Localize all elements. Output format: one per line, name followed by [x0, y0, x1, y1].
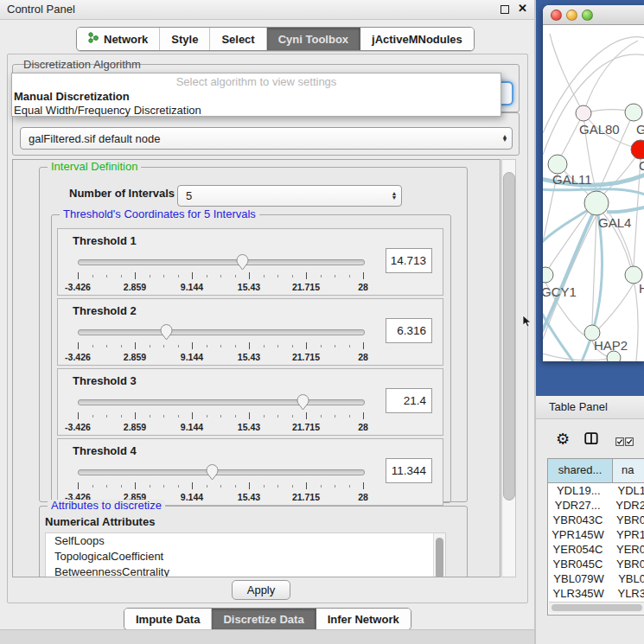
scrollbar-thumb[interactable]: [552, 604, 642, 611]
slider-track[interactable]: [78, 329, 365, 335]
gear-icon[interactable]: ⚙: [556, 430, 570, 449]
zoom-traffic-light-icon[interactable]: [582, 10, 593, 21]
cell-name: YBR0: [608, 513, 644, 527]
group-title: Threshold's Coordinates for 5 Intervals: [60, 208, 259, 220]
column-header-shared-name[interactable]: shared...: [548, 459, 613, 482]
minimize-traffic-light-icon[interactable]: [566, 10, 577, 21]
tick-label: 28: [358, 422, 368, 432]
slider-track[interactable]: [78, 469, 365, 475]
tab-label: jActiveMNodules: [372, 33, 462, 46]
tab-cyni-toolbox[interactable]: Cyni Toolbox: [267, 28, 360, 50]
tick-label: 21.715: [292, 352, 320, 362]
svg-text:GAL4: GAL4: [598, 215, 631, 230]
slider-thumb-icon[interactable]: [160, 323, 173, 341]
node-gal4[interactable]: [584, 191, 609, 215]
tab-style[interactable]: Style: [160, 28, 210, 50]
slider-thumb-icon[interactable]: [206, 463, 219, 481]
threshold-value-input[interactable]: 14.713: [386, 248, 432, 273]
network-icon: [88, 32, 99, 46]
tick-label: -3.426: [65, 422, 91, 432]
slider-ticks: [78, 482, 363, 490]
cell-shared-name: YPR145W: [548, 527, 608, 542]
tab-select[interactable]: Select: [210, 28, 266, 50]
network-canvas[interactable]: GAL80 GA C GAL11 GAL4 GCY1 H HAP2: [543, 25, 644, 361]
node-partial-top-right[interactable]: [625, 104, 642, 121]
table-body: YDL19...YDL1YDR27...YDR2YBR043CYBR0YPR14…: [548, 483, 644, 615]
tick-label: 21.715: [292, 492, 320, 502]
svg-text:GA: GA: [636, 122, 644, 137]
tick-label: 15.43: [238, 492, 260, 502]
slider-track[interactable]: [78, 259, 365, 265]
scrollbar-thumb[interactable]: [503, 172, 515, 501]
tab-infer-network[interactable]: Infer Network: [316, 609, 411, 629]
tick-label: 15.43: [238, 282, 260, 292]
table-row[interactable]: YER054CYER0: [548, 542, 644, 557]
dropdown-option-equal-width-frequency[interactable]: Equal Width/Frequency Discretization: [12, 104, 501, 118]
apply-button[interactable]: Apply: [232, 580, 290, 600]
table-data-select[interactable]: galFiltered.sif default node ▲▼: [20, 127, 513, 150]
threshold-value-input[interactable]: 6.316: [386, 318, 432, 343]
tick-label: 2.859: [124, 282, 146, 292]
threshold-value-input[interactable]: 11.344: [386, 458, 432, 483]
tab-network[interactable]: Network: [77, 28, 160, 50]
attribute-item[interactable]: TopologicalCoefficient: [46, 549, 445, 564]
dropdown-option-manual-discretization[interactable]: Manual Discretization: [12, 90, 501, 104]
tab-jactivemnodules[interactable]: jActiveMNodules: [360, 28, 474, 50]
tick-label: 15.43: [238, 422, 260, 432]
table-row[interactable]: YDR27...YDR2: [548, 498, 644, 513]
number-of-intervals-label: Number of Intervals: [69, 187, 175, 200]
tick-label: 21.715: [292, 422, 320, 432]
node-gal80[interactable]: [576, 105, 591, 121]
slider-track[interactable]: [78, 399, 365, 405]
threshold-label: Threshold 3: [73, 374, 137, 387]
threshold-panel: Threshold 4 -3.4262.8599.14415.4321.7152…: [57, 438, 443, 506]
threshold-panel: Threshold 3 -3.4262.8599.14415.4321.7152…: [57, 368, 443, 436]
node-gcy1[interactable]: [543, 267, 553, 283]
attribute-item[interactable]: SelfLoops: [46, 533, 445, 549]
node-gal11[interactable]: [548, 155, 567, 174]
tick-label: -3.426: [65, 282, 91, 292]
threshold-value-input[interactable]: 21.4: [386, 388, 432, 413]
tab-label: Cyni Toolbox: [278, 33, 348, 46]
network-window-titlebar[interactable]: [543, 5, 644, 25]
table-row[interactable]: YBL079WYBL0: [548, 571, 644, 586]
tick-label: 28: [358, 352, 368, 362]
threshold-slider[interactable]: -3.4262.8599.14415.4321.71528: [78, 252, 363, 293]
node-selected-red[interactable]: [631, 140, 644, 159]
threshold-panel: Threshold 1 -3.4262.8599.14415.4321.7152…: [57, 228, 443, 296]
close-icon[interactable]: ✕: [518, 2, 527, 15]
tick-label: 28: [358, 492, 368, 502]
checkbox-icon[interactable]: [625, 436, 634, 449]
list-scrollbar[interactable]: [433, 533, 445, 577]
close-traffic-light-icon[interactable]: [551, 10, 562, 21]
attribute-item[interactable]: BetweennessCentrality: [46, 564, 445, 577]
table-row[interactable]: YBR045CYBR0: [548, 557, 644, 571]
threshold-slider[interactable]: -3.4262.8599.14415.4321.71528: [78, 322, 363, 363]
tab-discretize-data[interactable]: Discretize Data: [212, 609, 316, 629]
slider-thumb-icon[interactable]: [236, 253, 249, 271]
attributes-group: Attributes to discretize Numerical Attri…: [39, 506, 468, 577]
tab-label: Network: [104, 33, 148, 46]
column-header-name[interactable]: na: [613, 459, 644, 482]
control-panel-titlebar: Control Panel ✕: [0, 0, 534, 20]
panel-scrollbar[interactable]: [501, 159, 516, 577]
table-row[interactable]: YPR145WYPR1: [548, 527, 644, 542]
cell-shared-name: YDR27...: [548, 498, 607, 513]
table-horizontal-scrollbar[interactable]: [549, 602, 644, 614]
dropdown-hint: Select algorithm to view settings: [12, 73, 501, 90]
numerical-attributes-list[interactable]: SelfLoopsTopologicalCoefficientBetweenne…: [45, 532, 446, 577]
number-of-intervals-select[interactable]: 5 ▲▼: [177, 185, 402, 207]
split-columns-icon[interactable]: [584, 432, 598, 448]
threshold-label: Threshold 2: [73, 304, 137, 317]
checkbox-icon[interactable]: [615, 436, 624, 449]
table-row[interactable]: YLR345WYLR3: [548, 586, 644, 601]
table-row[interactable]: YBR043CYBR0: [548, 513, 644, 527]
node-attribute-table: shared... na YDL19...YDL1YDR27...YDR2YBR…: [547, 458, 644, 615]
slider-thumb-icon[interactable]: [296, 393, 309, 411]
tab-impute-data[interactable]: Impute Data: [124, 609, 212, 629]
threshold-slider[interactable]: -3.4262.8599.14415.4321.71528: [78, 462, 363, 503]
table-row[interactable]: YDL19...YDL1: [548, 483, 644, 498]
float-window-icon[interactable]: [501, 5, 509, 14]
threshold-slider[interactable]: -3.4262.8599.14415.4321.71528: [78, 392, 363, 433]
scrollbar-thumb[interactable]: [436, 538, 443, 577]
